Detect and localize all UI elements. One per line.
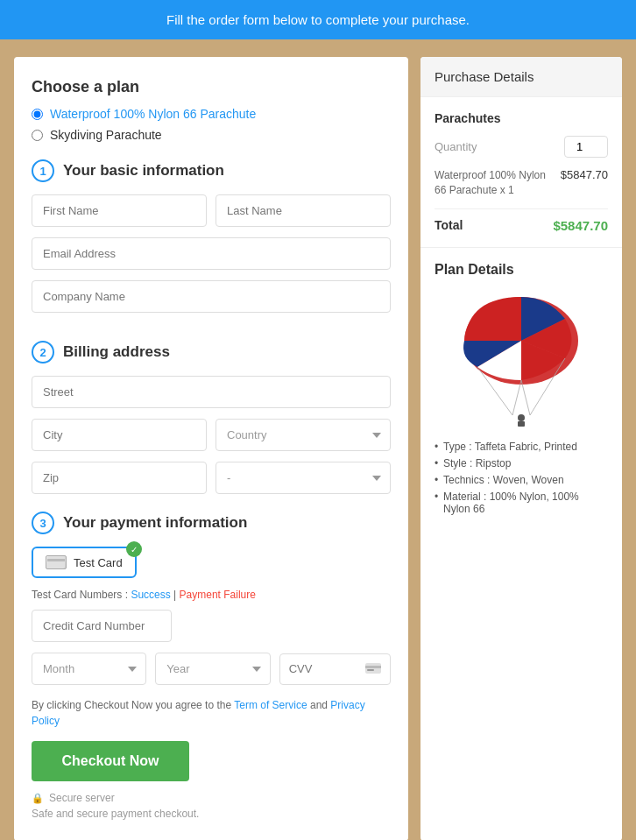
card-label: Test Card <box>74 556 123 569</box>
credit-card-svg <box>47 556 65 568</box>
plan-option-1[interactable]: Waterproof 100% Nylon 66 Parachute <box>32 107 391 121</box>
first-name-input[interactable] <box>32 194 207 227</box>
svg-line-7 <box>521 380 530 415</box>
purchase-body: Parachutes Quantity Waterproof 100% Nylo… <box>420 97 622 247</box>
year-select[interactable]: Year 2024 2025 2026 <box>155 653 270 685</box>
failure-link[interactable]: Payment Failure <box>180 589 256 601</box>
item-name: Waterproof 100% Nylon 66 Parachute x 1 <box>435 168 557 198</box>
total-price: $5847.70 <box>553 218 608 233</box>
top-banner: Fill the order form below to complete yo… <box>0 0 636 39</box>
total-label: Total <box>435 218 463 232</box>
svg-rect-4 <box>367 669 374 671</box>
plan-label-1: Waterproof 100% Nylon 66 Parachute <box>50 107 256 121</box>
state-select[interactable]: - California New York <box>216 462 391 494</box>
step1-header: 1 Your basic information <box>32 159 391 182</box>
step3-circle: 3 <box>32 512 54 534</box>
last-name-input[interactable] <box>216 194 391 227</box>
card-button[interactable]: Test Card ✓ <box>32 547 137 578</box>
city-country-row: Country United States United Kingdom <box>32 419 391 451</box>
step2-circle: 2 <box>32 341 54 364</box>
parachute-image <box>451 288 591 428</box>
step3-title: Your payment information <box>63 514 247 532</box>
card-icon <box>46 555 67 569</box>
secure-info: 🔒 Secure server <box>32 792 391 804</box>
cc-number-input[interactable] <box>32 610 172 642</box>
right-panel: Purchase Details Parachutes Quantity Wat… <box>420 57 622 840</box>
cvv-wrapper <box>279 653 391 685</box>
month-select[interactable]: Month 01 02 12 <box>32 653 146 685</box>
terms-link[interactable]: Term of Service <box>234 699 307 711</box>
name-row <box>32 194 391 227</box>
svg-line-6 <box>512 380 521 415</box>
country-select[interactable]: Country United States United Kingdom <box>216 419 391 451</box>
plan-option-2[interactable]: Skydiving Parachute <box>32 128 391 142</box>
quantity-row: Quantity <box>435 136 608 158</box>
bullet-0: Type : Taffeta Fabric, Printed <box>435 441 608 453</box>
left-panel: Choose a plan Waterproof 100% Nylon 66 P… <box>14 57 408 840</box>
bullet-2: Technics : Woven, Woven <box>435 474 608 486</box>
step2-header: 2 Billing address <box>32 341 391 364</box>
bullet-1: Style : Ripstop <box>435 457 608 469</box>
choose-plan-section: Choose a plan Waterproof 100% Nylon 66 P… <box>32 78 391 142</box>
plan-radio-2[interactable] <box>32 130 43 141</box>
quantity-label: Quantity <box>435 140 477 153</box>
company-input[interactable] <box>32 280 391 313</box>
payment-expiry-row: Month 01 02 12 Year 2024 2025 2026 <box>32 653 391 685</box>
purchase-section-title: Parachutes <box>435 111 608 125</box>
city-input[interactable] <box>32 419 207 451</box>
zip-state-row: - California New York <box>32 462 391 494</box>
lock-icon: 🔒 <box>32 793 44 804</box>
purchase-details-header: Purchase Details <box>420 57 622 97</box>
divider <box>435 208 608 209</box>
plan-radio-1[interactable] <box>32 109 43 120</box>
step1-title: Your basic information <box>63 162 224 180</box>
plan-details-section: Plan Details <box>420 247 622 533</box>
plan-bullets: Type : Taffeta Fabric, Printed Style : R… <box>435 441 608 515</box>
terms-text: By clicking Checkout Now you agree to th… <box>32 697 391 729</box>
step2-title: Billing address <box>63 343 170 361</box>
success-link[interactable]: Success <box>131 589 170 601</box>
cvv-input[interactable] <box>289 662 333 675</box>
plan-details-title: Plan Details <box>435 262 608 278</box>
svg-rect-1 <box>47 559 65 561</box>
checkout-button[interactable]: Checkout Now <box>32 741 189 781</box>
step1-circle: 1 <box>32 159 54 182</box>
zip-input[interactable] <box>32 462 207 494</box>
test-card-info: Test Card Numbers : Success | Payment Fa… <box>32 589 391 601</box>
svg-rect-11 <box>518 421 525 427</box>
item-row: Waterproof 100% Nylon 66 Parachute x 1 $… <box>435 168 608 198</box>
svg-rect-3 <box>365 666 381 668</box>
safe-text: Safe and secure payment checkout. <box>32 808 391 820</box>
main-content: Choose a plan Waterproof 100% Nylon 66 P… <box>0 39 636 840</box>
secure-label: Secure server <box>49 792 115 804</box>
svg-rect-0 <box>47 556 65 568</box>
total-row: Total $5847.70 <box>435 218 608 233</box>
quantity-input[interactable] <box>564 136 608 158</box>
item-price: $5847.70 <box>561 168 608 181</box>
test-card-text: Test Card Numbers : <box>32 589 128 601</box>
bullet-3: Material : 100% Nylon, 100% Nylon 66 <box>435 491 608 515</box>
svg-point-10 <box>518 414 525 421</box>
check-badge: ✓ <box>126 541 142 557</box>
page-wrapper: Fill the order form below to complete yo… <box>0 0 636 840</box>
plan-label-2: Skydiving Parachute <box>50 128 162 142</box>
email-input[interactable] <box>32 237 391 270</box>
cvv-card-icon <box>365 661 381 677</box>
street-input[interactable] <box>32 376 391 408</box>
choose-plan-title: Choose a plan <box>32 78 391 96</box>
step3-header: 3 Your payment information <box>32 512 391 534</box>
banner-text: Fill the order form below to complete yo… <box>166 12 470 27</box>
